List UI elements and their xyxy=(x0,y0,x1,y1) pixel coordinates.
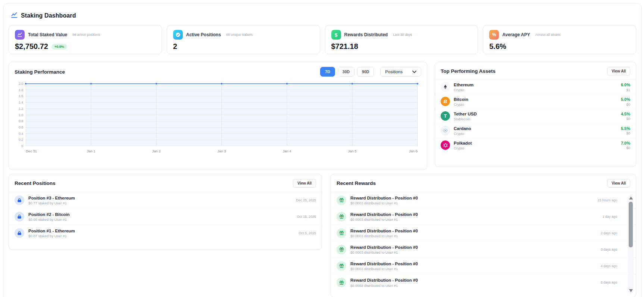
reward-row: Reward Distribution - Position #0 $0.000… xyxy=(331,274,636,290)
stat-card-average-apy: % Average APY Across all assets 5.6% xyxy=(483,25,636,54)
position-title: Position #3 - Ethereum xyxy=(28,195,75,201)
bitcoin-icon: B xyxy=(441,97,450,106)
svg-text:0.8: 0.8 xyxy=(19,119,23,123)
page-title: Staking Dashboard xyxy=(21,12,76,19)
reward-time: 5 days ago xyxy=(601,281,617,284)
chart-line-icon xyxy=(11,12,18,20)
view-all-positions-button[interactable]: View All xyxy=(293,179,316,188)
reward-subtext: $0.0003 distributed to User #1 xyxy=(350,250,418,254)
svg-text:1.2: 1.2 xyxy=(19,107,23,111)
asset-category: Stablecoin xyxy=(454,117,477,121)
dashboard-frame: Staking Dashboard Total Staked Value 88 … xyxy=(3,3,642,297)
chevron-down-icon xyxy=(412,69,416,74)
svg-text:Dec 31: Dec 31 xyxy=(26,149,37,153)
staking-performance-panel: Staking Performance 7D 30D 90D Positions xyxy=(9,62,427,170)
view-all-assets-button[interactable]: View All xyxy=(607,67,630,75)
asset-name: Bitcoin xyxy=(454,97,468,102)
asset-row-bitcoin: B Bitcoin Crypto 5.0% $0 xyxy=(435,94,636,109)
asset-apy: 4.5% xyxy=(621,111,630,117)
rewards-scrollbar[interactable] xyxy=(628,195,634,294)
dollar-icon: $ xyxy=(331,30,341,40)
metric-select-value: Positions xyxy=(385,69,403,74)
position-subtext: $0.07 staked by User #1 xyxy=(28,234,75,238)
reward-title: Reward Distribution - Position #0 xyxy=(350,211,418,217)
asset-amount: $0 xyxy=(621,146,630,150)
lock-icon xyxy=(15,212,24,222)
stat-label: Rewards Distributed xyxy=(344,32,388,37)
asset-name: Cardano xyxy=(454,126,471,132)
gift-icon xyxy=(337,212,346,222)
position-date: Dec 25, 2025 xyxy=(296,198,316,202)
position-date: Oct 15, 2025 xyxy=(297,215,316,219)
performance-title: Staking Performance xyxy=(15,69,65,75)
asset-amount: $0 xyxy=(621,131,630,135)
asset-row-cardano: Cardano Crypto 5.5% $0 xyxy=(435,123,636,138)
reward-subtext: $0.0003 distributed to User #1 xyxy=(350,201,418,205)
stat-card-total-staked: Total Staked Value 88 active positions $… xyxy=(9,25,162,54)
reward-subtext: $0.0003 distributed to User #1 xyxy=(350,217,418,222)
top-assets-panel: Top Performing Assets View All Ethereum … xyxy=(435,62,636,167)
reward-subtext: $0.0003 distributed to User #1 xyxy=(350,284,418,288)
svg-text:Jan 4: Jan 4 xyxy=(282,149,291,153)
svg-text:0.6: 0.6 xyxy=(19,126,23,129)
position-subtext: $0.77 staked by User #1 xyxy=(28,201,75,205)
change-badge: +0.0% xyxy=(51,44,67,50)
stat-card-rewards-distributed: $ Rewards Distributed Last 30 days $721.… xyxy=(325,25,478,54)
svg-text:Jan 3: Jan 3 xyxy=(217,149,226,153)
svg-text:Jan 1: Jan 1 xyxy=(87,149,95,153)
reward-row: Reward Distribution - Position #0 $0.000… xyxy=(331,208,636,225)
asset-apy: 7.0% xyxy=(621,140,630,146)
rewards-list[interactable]: Reward Distribution - Position #0 $0.000… xyxy=(331,192,636,291)
performance-area-chart[interactable]: 2.01.81.61.41.21.00.80.60.40.20Dec 31Jan… xyxy=(15,81,421,155)
svg-text:Jan 6: Jan 6 xyxy=(409,149,418,153)
stat-label: Active Positions xyxy=(186,32,221,37)
reward-time: 2 days ago xyxy=(601,231,617,235)
position-date: Oct 5, 2025 xyxy=(298,231,316,235)
page-header: Staking Dashboard xyxy=(9,9,636,20)
svg-text:Jan 2: Jan 2 xyxy=(152,149,160,153)
chart-line-icon xyxy=(15,30,25,40)
position-title: Position #2 - Bitcoin xyxy=(28,211,70,217)
range-button-90d[interactable]: 90D xyxy=(357,67,374,77)
percent-icon: % xyxy=(489,30,499,40)
scroll-down-arrow-icon[interactable] xyxy=(629,289,633,292)
asset-category: Crypto xyxy=(454,146,472,150)
ethereum-icon xyxy=(441,82,450,92)
range-button-30d[interactable]: 30D xyxy=(338,67,354,77)
asset-apy: 6.0% xyxy=(621,82,630,87)
scroll-up-arrow-icon[interactable] xyxy=(629,197,633,199)
reward-row: Reward Distribution - Position #0 $0.000… xyxy=(331,257,636,274)
position-row: Position #3 - Ethereum $0.77 staked by U… xyxy=(9,192,322,208)
gift-icon xyxy=(337,278,346,287)
metric-select[interactable]: Positions xyxy=(380,67,421,77)
reward-row: Reward Distribution - Position #0 $0.000… xyxy=(331,225,636,241)
reward-title: Reward Distribution - Position #0 xyxy=(350,195,418,201)
reward-time: 1 day ago xyxy=(602,215,617,219)
range-button-7d[interactable]: 7D xyxy=(320,67,335,77)
gift-icon xyxy=(337,195,346,205)
position-title: Position #1 - Ethereum xyxy=(28,228,75,234)
svg-text:Jan 5: Jan 5 xyxy=(348,149,356,153)
asset-amount: $1 xyxy=(621,88,630,92)
view-all-rewards-button[interactable]: View All xyxy=(607,179,630,188)
recent-positions-panel: Recent Positions View All Position #3 - … xyxy=(9,174,322,250)
gift-icon xyxy=(337,245,346,254)
asset-category: Crypto xyxy=(454,102,468,106)
svg-text:1.8: 1.8 xyxy=(19,88,23,92)
scrollbar-thumb[interactable] xyxy=(629,202,633,247)
reward-row: Reward Distribution - Position #0 $0.000… xyxy=(331,241,636,257)
asset-amount: $0 xyxy=(621,102,630,106)
asset-category: Crypto xyxy=(454,132,471,136)
gift-icon xyxy=(337,228,346,238)
asset-amount: $0 xyxy=(621,117,630,121)
asset-row-polkadot: Polkadot Crypto 7.0% $0 xyxy=(435,138,636,152)
stat-card-active-positions: Active Positions 88 unique stakers 2 xyxy=(167,25,320,54)
polkadot-icon xyxy=(441,140,450,150)
svg-text:1.6: 1.6 xyxy=(19,94,23,98)
gift-icon xyxy=(337,261,346,271)
svg-text:1.0: 1.0 xyxy=(19,113,23,117)
asset-row-tether: T Tether USD Stablecoin 4.5% $0 xyxy=(435,109,636,123)
asset-category: Crypto xyxy=(454,88,473,92)
lock-icon xyxy=(15,195,24,205)
stat-subtext: Last 30 days xyxy=(393,33,412,37)
